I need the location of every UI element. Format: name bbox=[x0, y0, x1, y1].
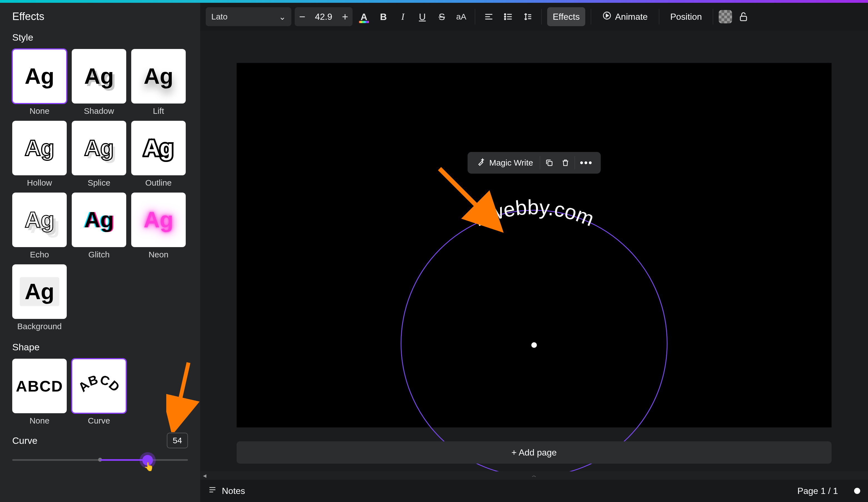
text-color-rainbow-bar bbox=[359, 21, 369, 23]
style-tile-label: Shadow bbox=[84, 106, 114, 116]
svg-point-3 bbox=[505, 18, 506, 19]
curve-center-dot bbox=[531, 342, 537, 348]
cursor-hand-icon: 👆 bbox=[144, 462, 154, 471]
more-options-button[interactable]: ••• bbox=[576, 155, 597, 171]
style-tile-splice[interactable]: Ag bbox=[72, 121, 126, 175]
top-toolbar: Lato ⌄ − + A B I U S aA bbox=[200, 3, 868, 31]
style-tile-label: Outline bbox=[145, 178, 172, 188]
letter-case-button[interactable]: aA bbox=[453, 7, 469, 26]
magic-write-button[interactable]: Magic Write bbox=[472, 155, 539, 171]
magic-write-label: Magic Write bbox=[489, 158, 533, 168]
style-tile-label: Background bbox=[17, 322, 62, 331]
curve-slider-label: Curve bbox=[12, 435, 38, 446]
canvas-area[interactable]: Kwebby.com Magic Write bbox=[200, 31, 868, 502]
style-tile-label: Lift bbox=[153, 106, 164, 116]
animate-label: Animate bbox=[615, 12, 648, 22]
chevron-down-icon: ⌄ bbox=[279, 12, 286, 22]
annotation-arrow-icon bbox=[166, 360, 200, 432]
style-tile-none[interactable]: Ag bbox=[12, 49, 67, 103]
shape-tile-label: None bbox=[30, 416, 50, 425]
slider-fill bbox=[100, 459, 148, 461]
scroll-left-arrow-icon[interactable]: ◀ bbox=[203, 473, 206, 478]
notes-button[interactable]: Notes bbox=[222, 486, 245, 496]
curve-slider[interactable]: 👆 bbox=[12, 453, 188, 466]
style-tile-shadow[interactable]: Ag bbox=[72, 49, 126, 103]
horizontal-scrollbar[interactable]: ◀ ︿ bbox=[200, 471, 868, 480]
style-tile-outline[interactable]: Ag bbox=[131, 121, 186, 175]
shape-section-label: Shape bbox=[12, 342, 188, 353]
list-button[interactable] bbox=[500, 7, 516, 26]
lock-button[interactable] bbox=[735, 7, 752, 26]
style-tile-lift[interactable]: Ag bbox=[131, 49, 186, 103]
strikethrough-button[interactable]: S bbox=[434, 7, 450, 26]
duplicate-button[interactable] bbox=[541, 155, 557, 171]
svg-rect-5 bbox=[741, 16, 746, 21]
style-tile-neon[interactable]: Ag bbox=[131, 193, 186, 247]
style-tile-label: Glitch bbox=[89, 250, 110, 259]
shape-tile-none[interactable]: ABCD bbox=[12, 359, 67, 413]
shape-tiles: ABCD None ABCD Curve bbox=[12, 359, 188, 425]
font-size-decrease-button[interactable]: − bbox=[295, 7, 310, 26]
style-tile-label: Splice bbox=[87, 178, 110, 188]
separator bbox=[575, 156, 575, 170]
shape-tile-curve[interactable]: ABCD bbox=[72, 359, 126, 413]
bold-button[interactable]: B bbox=[375, 7, 392, 26]
font-family-value: Lato bbox=[211, 12, 227, 21]
effects-panel: Effects Style Ag None Ag Shadow Ag Lift … bbox=[0, 3, 200, 502]
editor-main: Lato ⌄ − + A B I U S aA bbox=[200, 3, 868, 502]
zoom-slider-thumb[interactable] bbox=[854, 488, 860, 494]
shape-tile-label: Curve bbox=[88, 416, 110, 425]
delete-button[interactable] bbox=[557, 155, 574, 171]
svg-point-2 bbox=[505, 16, 506, 17]
font-size-input[interactable] bbox=[310, 12, 338, 22]
underline-button[interactable]: U bbox=[414, 7, 431, 26]
add-page-button[interactable]: + Add page bbox=[237, 441, 831, 464]
spacing-button[interactable] bbox=[520, 7, 536, 26]
font-family-dropdown[interactable]: Lato ⌄ bbox=[206, 7, 291, 26]
magic-wand-icon bbox=[477, 158, 485, 168]
position-button[interactable]: Position bbox=[665, 7, 707, 26]
animate-icon bbox=[602, 11, 612, 22]
panel-title: Effects bbox=[12, 11, 188, 22]
style-tile-label: Echo bbox=[30, 250, 49, 259]
style-tile-label: Neon bbox=[148, 250, 168, 259]
bottom-bar: Notes Page 1 / 1 bbox=[200, 480, 868, 502]
transparency-button[interactable] bbox=[719, 10, 732, 23]
svg-rect-7 bbox=[548, 161, 552, 165]
animate-button[interactable]: Animate bbox=[597, 7, 653, 26]
font-size-increase-button[interactable]: + bbox=[338, 7, 352, 26]
font-size-stepper: − + bbox=[295, 7, 352, 26]
svg-text:Kwebby.com: Kwebby.com bbox=[471, 195, 597, 231]
toolbar-divider bbox=[659, 9, 659, 24]
style-tile-label: Hollow bbox=[27, 178, 52, 188]
text-align-button[interactable] bbox=[481, 7, 497, 26]
curve-value-input[interactable] bbox=[167, 433, 188, 448]
svg-text:ABCD: ABCD bbox=[78, 372, 120, 394]
style-tile-echo[interactable]: Ag bbox=[12, 193, 67, 247]
window-top-gradient bbox=[0, 0, 868, 3]
style-tile-glitch[interactable]: Ag bbox=[72, 193, 126, 247]
notes-icon bbox=[208, 485, 217, 496]
svg-point-1 bbox=[505, 14, 506, 15]
toolbar-divider bbox=[591, 9, 591, 24]
style-tile-background[interactable]: Ag bbox=[12, 264, 67, 319]
page-counter: Page 1 / 1 bbox=[797, 486, 838, 496]
context-toolbar: Magic Write ••• bbox=[468, 152, 601, 174]
text-color-letter: A bbox=[361, 11, 368, 22]
chevron-up-icon[interactable]: ︿ bbox=[532, 473, 536, 479]
style-tile-label: None bbox=[30, 106, 50, 116]
style-section-label: Style bbox=[12, 32, 188, 43]
curve-slider-row: Curve bbox=[12, 433, 188, 448]
style-tile-hollow[interactable]: Ag bbox=[12, 121, 67, 175]
text-color-button[interactable]: A bbox=[356, 7, 372, 26]
curved-text-element[interactable]: Kwebby.com bbox=[448, 181, 620, 265]
style-tiles: Ag None Ag Shadow Ag Lift Ag Hollow Ag S… bbox=[12, 49, 188, 331]
effects-button[interactable]: Effects bbox=[547, 7, 585, 26]
italic-button[interactable]: I bbox=[395, 7, 411, 26]
